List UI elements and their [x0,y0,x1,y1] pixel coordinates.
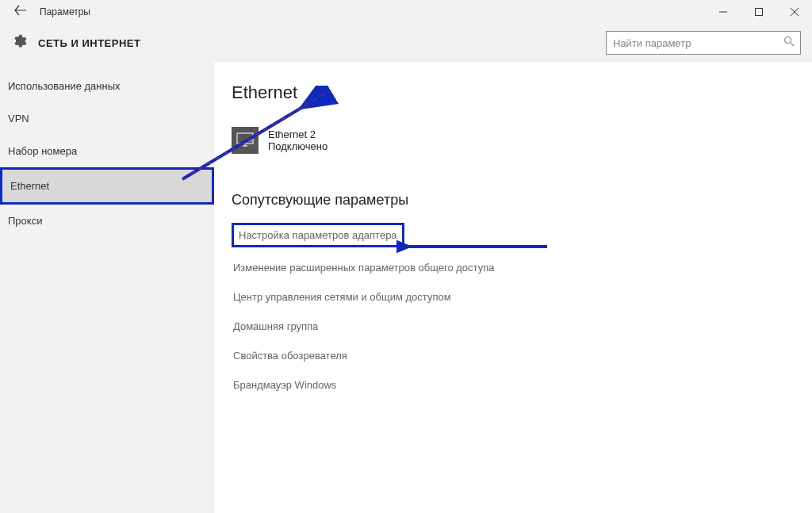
annotation-arrow-2 [396,239,555,255]
window-title: Параметры [40,6,90,17]
titlebar: Параметры [0,0,812,24]
header: СЕТЬ И ИНТЕРНЕТ [0,24,812,62]
gear-icon [11,33,27,52]
sidebar: Использование данных VPN Набор номера Et… [0,62,214,513]
close-icon [791,8,799,16]
connection-text: Ethernet 2 Подключено [268,128,327,152]
link-network-center[interactable]: Центр управления сетями и общим доступом [232,288,453,306]
back-button[interactable] [8,0,33,24]
content: Использование данных VPN Набор номера Et… [0,62,812,513]
ethernet-monitor-icon [232,127,259,154]
connection-name: Ethernet 2 [268,128,327,140]
close-button[interactable] [776,0,812,24]
sidebar-item-vpn[interactable]: VPN [0,102,214,135]
minimize-icon [719,8,727,16]
search-input[interactable] [606,31,801,55]
maximize-button[interactable] [741,0,776,24]
link-homegroup[interactable]: Домашняя группа [232,317,320,335]
link-firewall[interactable]: Брандмауэр Windows [232,376,338,394]
minimize-button[interactable] [705,0,741,24]
link-internet-options[interactable]: Свойства обозревателя [232,346,349,365]
related-settings-title: Сопутсвующие параметры [232,192,795,209]
search-wrap [606,31,801,55]
sidebar-item-data-usage[interactable]: Использование данных [0,70,214,102]
header-title: СЕТЬ И ИНТЕРНЕТ [38,37,140,49]
sidebar-item-ethernet[interactable]: Ethernet [0,167,214,205]
connection-status: Подключено [268,140,327,152]
svg-rect-0 [755,9,762,16]
sidebar-item-proxy[interactable]: Прокси [0,205,214,237]
maximize-icon [755,8,763,16]
ethernet-connection[interactable]: Ethernet 2 Подключено [232,127,327,154]
link-advanced-sharing[interactable]: Изменение расширенных параметров общего … [232,258,496,277]
link-adapter-settings[interactable]: Настройка параметров адаптера [232,223,404,247]
sidebar-item-dialup[interactable]: Набор номера [0,135,214,167]
window-controls [705,0,812,24]
page-title: Ethernet [232,82,795,103]
back-arrow-icon [14,5,27,16]
main-panel: Ethernet Ethernet 2 Подключено Сопутсвую… [214,62,812,513]
